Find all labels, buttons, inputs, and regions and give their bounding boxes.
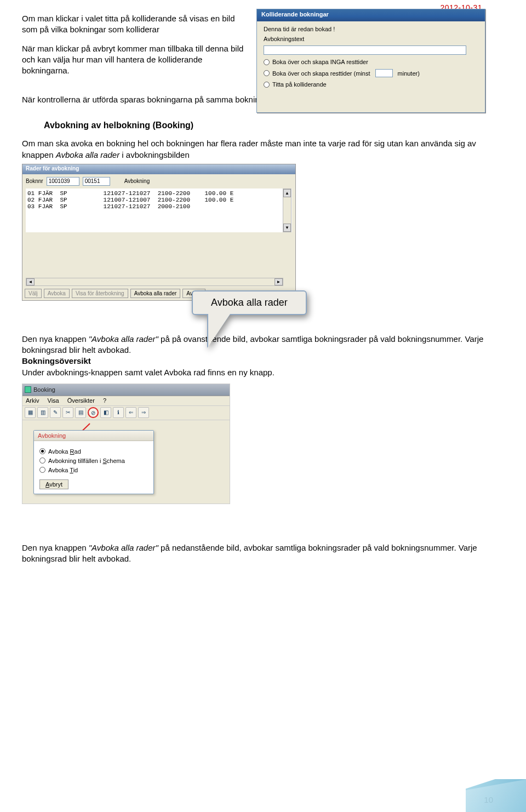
toolbar: ▦ ▥ ✎ ✂ ▤ ⊘ ◧ ℹ ⇐ ⇒ (22, 406, 230, 420)
mid-p2-bold: Bokningsöversikt (22, 356, 504, 367)
booking-window: Booking Arkiv Visa Översikter ? ▦ ▥ ✎ ✂ … (22, 384, 230, 504)
scroll-up-icon[interactable]: ▲ (283, 189, 291, 197)
radio-label: Avbokning tillfällen i Schema (48, 458, 125, 464)
avbokning-popup: Avbokning Avboka Rad Avbokning tillfälle… (33, 430, 154, 494)
menu-help[interactable]: ? (103, 397, 106, 404)
t: Den nya knappen (22, 543, 89, 552)
toolbar-circled-icon[interactable]: ⊘ (88, 407, 99, 418)
menu-arkiv[interactable]: Arkiv (26, 397, 39, 404)
avboka-alla-rader-button[interactable]: Avboka alla rader (130, 289, 181, 298)
callout-bubble: Avboka alla rader (192, 290, 307, 348)
radio-selected-icon (39, 448, 45, 454)
callout-tail-icon (208, 314, 230, 347)
radio-option-2[interactable]: Boka över och skapa resttider (minst min… (264, 69, 478, 77)
toolbar-icon[interactable]: ▦ (25, 407, 36, 418)
radio-icon (264, 82, 270, 88)
dialog-title: Kolliderande bokningar (257, 9, 485, 21)
end-paragraph: Den nya knappen "Avboka alla rader" på n… (22, 542, 504, 565)
avbokning-label: Avbokning (124, 178, 150, 184)
toolbar-icon[interactable]: ▥ (37, 407, 48, 418)
list-row[interactable]: 02 FJAR SP 121007-121007 2100-2200 100.0… (27, 197, 290, 203)
radio-label-a: Boka över och skapa resttider (minst (272, 70, 370, 77)
radio-avbokning-schema[interactable]: Avbokning tillfällen i Schema (39, 458, 148, 464)
booking-rows-list[interactable]: 01 FJÄR SP 121027-121027 2100-2200 100.0… (26, 188, 292, 232)
list-row[interactable]: 01 FJÄR SP 121027-121027 2100-2200 100.0… (27, 190, 290, 197)
scroll-right-icon[interactable]: ► (275, 278, 283, 285)
minutes-input[interactable] (375, 69, 393, 77)
radio-label: Boka över och skapa INGA resttider (272, 59, 368, 65)
toolbar-icon[interactable]: ▤ (75, 407, 86, 418)
mid-p3: Under avboknings-knappen samt valet Avbo… (22, 367, 504, 378)
radio-option-3[interactable]: Titta på kolliderande (264, 81, 478, 88)
para-c: i avbokningsbilden (119, 150, 190, 159)
radio-label: Titta på kolliderande (272, 81, 327, 88)
valj-button[interactable]: Välj (25, 289, 42, 298)
rows-for-cancel-panel: Rader för avbokning Boknnr 1001039 00151… (22, 164, 296, 301)
menubar[interactable]: Arkiv Visa Översikter ? (22, 396, 230, 406)
t: Den nya knappen (22, 334, 89, 344)
boknr-label: Boknnr (26, 178, 43, 184)
menu-visa[interactable]: Visa (48, 397, 59, 404)
t-italic: "Avboka alla rader" (89, 543, 158, 552)
vertical-scrollbar[interactable]: ▲ ▼ (283, 188, 291, 232)
radio-label: Avboka Rad (48, 448, 81, 455)
radio-label: Avboka Tid (48, 467, 78, 473)
popup-title: Avbokning (34, 431, 153, 441)
intro-p2: När man klickar på avbryt kommer man til… (22, 43, 252, 77)
radio-icon (264, 59, 270, 65)
menu-oversikter[interactable]: Översikter (67, 397, 95, 404)
app-icon (25, 386, 31, 393)
scroll-down-icon[interactable]: ▼ (283, 224, 291, 232)
window-title: Booking (33, 386, 55, 393)
list-row[interactable]: 03 FJAR SP 121027-121027 2000-2100 (27, 203, 290, 210)
radio-avboka-rad[interactable]: Avboka Rad (39, 448, 148, 455)
dialog-info-text: Denna tid är redan bokad ! (264, 26, 478, 32)
radio-avboka-tid[interactable]: Avboka Tid (39, 467, 148, 473)
para-b: Avboka alla rader (56, 150, 119, 159)
visa-button[interactable]: Visa för återbokning (72, 289, 128, 298)
radio-icon (264, 70, 270, 76)
toolbar-icon[interactable]: ✎ (50, 407, 61, 418)
section-para: Om man ska avoka en bokning hel och bokn… (22, 138, 504, 161)
toolbar-icon[interactable]: ◧ (100, 407, 111, 418)
radio-label-b: minuter) (398, 70, 420, 77)
scroll-left-icon[interactable]: ◄ (26, 278, 35, 285)
colliding-bookings-dialog: Kolliderande bokningar Denna tid är reda… (256, 9, 485, 113)
toolbar-icon[interactable]: ⇐ (125, 407, 136, 418)
avboka-button[interactable]: Avboka (44, 289, 70, 298)
avbryt-button[interactable]: Avbryt (39, 479, 68, 489)
radio-option-1[interactable]: Boka över och skapa INGA resttider (264, 59, 478, 65)
page-corner-decoration-icon (466, 779, 526, 812)
radio-icon (39, 467, 45, 473)
t-italic: "Avboka alla rader" (89, 334, 158, 344)
intro-block: Om man klickar i valet titta på kollider… (22, 0, 252, 76)
toolbar-icon[interactable]: ℹ (113, 407, 124, 418)
panel-title: Rader för avbokning (22, 164, 295, 174)
boknr-field-1[interactable]: 1001039 (47, 177, 79, 186)
boknr-field-2[interactable]: 00151 (83, 177, 110, 186)
window-titlebar: Booking (22, 384, 230, 396)
callout-text: Avboka alla rader (192, 290, 307, 315)
horizontal-scrollbar[interactable]: ◄ ► (26, 278, 283, 286)
avbokningstext-input[interactable] (264, 45, 466, 55)
radio-icon (39, 458, 45, 464)
intro-p1: Om man klickar i valet titta på kollider… (22, 13, 252, 36)
toolbar-icon[interactable]: ✂ (62, 407, 73, 418)
avbokningstext-label: Avbokningstext (264, 36, 478, 42)
toolbar-icon[interactable]: ⇒ (138, 407, 149, 418)
section-heading: Avbokning av helbokning (Booking) (44, 121, 504, 130)
